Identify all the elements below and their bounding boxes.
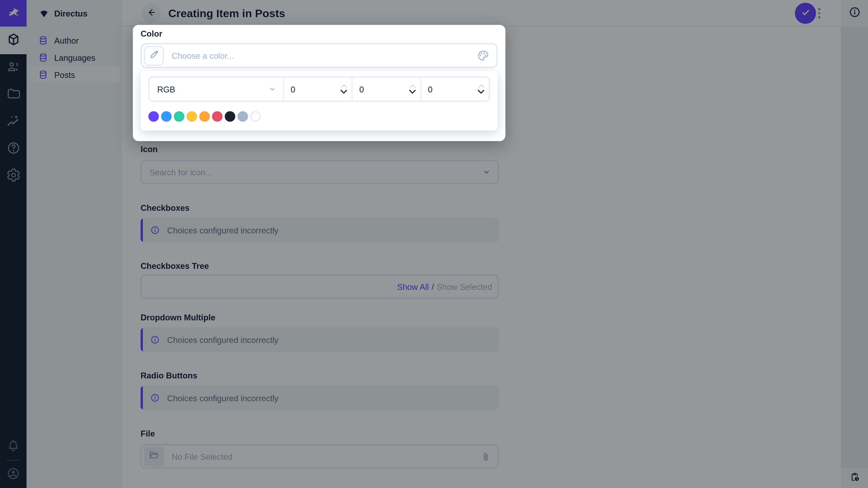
eyedropper-button[interactable]	[144, 46, 164, 66]
number-stepper	[340, 77, 348, 101]
channel-input-r[interactable]: 0	[284, 77, 352, 101]
color-value-field[interactable]	[164, 44, 497, 67]
stepper-up-icon[interactable]	[409, 84, 416, 89]
channel-value: 0	[359, 84, 364, 94]
swatch-white[interactable]	[250, 111, 261, 122]
stepper-down-icon[interactable]	[340, 89, 348, 94]
swatch-gray[interactable]	[238, 111, 248, 122]
channel-value: 0	[291, 84, 295, 94]
stepper-down-icon[interactable]	[408, 89, 416, 94]
color-input[interactable]	[141, 43, 498, 68]
color-mode-value: RGB	[157, 84, 176, 94]
channel-input-b[interactable]: 0	[421, 77, 489, 101]
color-picker-popup: Color RGB 0	[133, 25, 505, 141]
number-stepper	[408, 77, 416, 101]
swatch-blue[interactable]	[161, 111, 172, 122]
swatch-red[interactable]	[212, 111, 223, 122]
stepper-up-icon[interactable]	[340, 84, 347, 89]
color-field-label: Color	[141, 29, 162, 38]
chevron-down-icon	[268, 84, 277, 94]
swatch-orange[interactable]	[199, 111, 210, 122]
color-mode-select[interactable]: RGB	[149, 77, 284, 101]
preset-swatches	[148, 111, 260, 122]
app-window: Directus Author Languages Posts	[0, 0, 868, 488]
swatch-black[interactable]	[225, 111, 235, 122]
swatch-green[interactable]	[174, 111, 184, 122]
stepper-down-icon[interactable]	[477, 89, 485, 94]
palette-icon[interactable]	[477, 44, 489, 67]
stepper-up-icon[interactable]	[477, 84, 485, 89]
swatch-yellow[interactable]	[186, 111, 197, 122]
eyedropper-icon	[148, 49, 159, 62]
swatch-purple[interactable]	[148, 111, 159, 122]
color-channels-row: RGB 0 0	[148, 76, 490, 102]
color-picker-menu: RGB 0 0	[141, 71, 498, 130]
channel-input-g[interactable]: 0	[352, 77, 421, 101]
number-stepper	[477, 77, 485, 101]
channel-value: 0	[428, 84, 432, 94]
